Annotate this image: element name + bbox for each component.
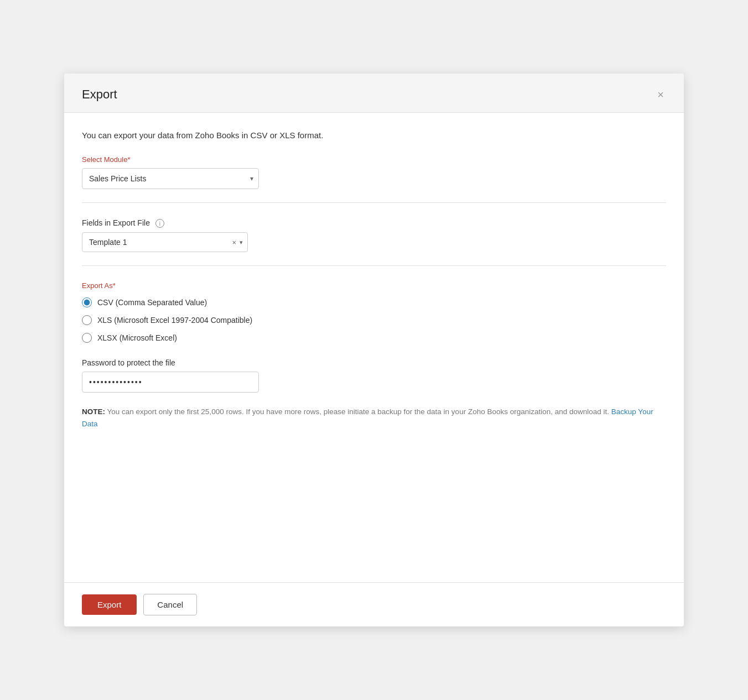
modal-body: You can export your data from Zoho Books… bbox=[64, 113, 684, 582]
select-module-group: Select Module* Sales Price Lists Items C… bbox=[82, 155, 666, 189]
description-text: You can export your data from Zoho Books… bbox=[82, 130, 666, 140]
radio-xls-label: XLS (Microsoft Excel 1997-2004 Compatibl… bbox=[97, 316, 252, 325]
export-format-radio-group: CSV (Comma Separated Value) XLS (Microso… bbox=[82, 297, 666, 343]
template-input[interactable] bbox=[82, 233, 230, 252]
note-label: NOTE: bbox=[82, 408, 105, 416]
export-modal: Export × You can export your data from Z… bbox=[64, 74, 684, 626]
divider-2 bbox=[82, 265, 666, 266]
password-label: Password to protect the file bbox=[82, 358, 666, 367]
password-input[interactable] bbox=[82, 372, 259, 393]
select-module-label: Select Module* bbox=[82, 155, 666, 164]
module-select-wrapper: Sales Price Lists Items Contacts Invoice… bbox=[82, 168, 259, 189]
modal-footer: Export Cancel bbox=[64, 582, 684, 626]
radio-xlsx[interactable] bbox=[82, 333, 92, 343]
fields-export-label: Fields in Export File i bbox=[82, 218, 666, 228]
radio-xls[interactable] bbox=[82, 315, 92, 325]
modal-header: Export × bbox=[64, 74, 684, 113]
password-group: Password to protect the file bbox=[82, 358, 666, 393]
note-section: NOTE: You can export only the first 25,0… bbox=[82, 406, 666, 430]
radio-csv-label: CSV (Comma Separated Value) bbox=[97, 298, 207, 307]
cancel-button[interactable]: Cancel bbox=[143, 594, 197, 615]
module-select[interactable]: Sales Price Lists Items Contacts Invoice… bbox=[82, 168, 259, 189]
modal-title: Export bbox=[82, 87, 117, 102]
template-clear-button[interactable]: × bbox=[230, 238, 238, 247]
radio-item-csv[interactable]: CSV (Comma Separated Value) bbox=[82, 297, 666, 307]
close-button[interactable]: × bbox=[655, 87, 666, 102]
fields-export-group: Fields in Export File i × ▾ bbox=[82, 218, 666, 252]
radio-item-xlsx[interactable]: XLSX (Microsoft Excel) bbox=[82, 333, 666, 343]
export-as-label: Export As* bbox=[82, 281, 666, 290]
export-as-group: Export As* CSV (Comma Separated Value) X… bbox=[82, 281, 666, 343]
radio-item-xls[interactable]: XLS (Microsoft Excel 1997-2004 Compatibl… bbox=[82, 315, 666, 325]
template-chevron-icon: ▾ bbox=[238, 239, 247, 246]
note-text: You can export only the first 25,000 row… bbox=[107, 408, 610, 416]
radio-xlsx-label: XLSX (Microsoft Excel) bbox=[97, 333, 177, 342]
divider-1 bbox=[82, 202, 666, 203]
export-button[interactable]: Export bbox=[82, 594, 137, 615]
radio-csv[interactable] bbox=[82, 297, 92, 307]
template-select-wrapper: × ▾ bbox=[82, 232, 248, 252]
info-icon: i bbox=[155, 219, 164, 228]
